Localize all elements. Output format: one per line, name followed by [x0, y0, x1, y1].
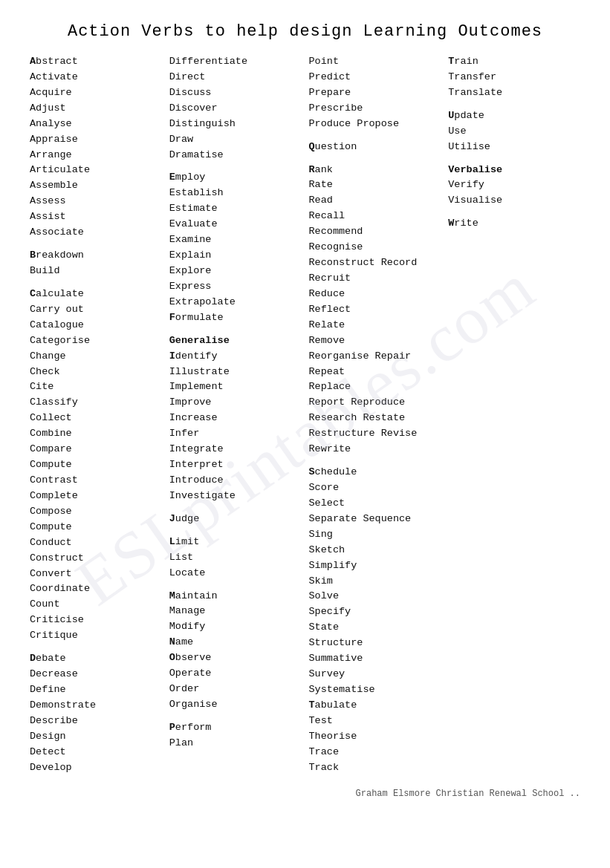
word-item: Train [448, 54, 580, 70]
word-item: Interpret [169, 457, 302, 473]
word-item: Predict [309, 70, 441, 85]
word-item: Calculate [30, 287, 162, 302]
word-item: Change [30, 349, 162, 365]
word-item: Remove [309, 333, 441, 349]
word-item: Illustrate [169, 365, 302, 380]
word-item: Implement [169, 379, 302, 395]
word-item: Translate [448, 85, 580, 101]
word-item: Decrease [30, 667, 162, 682]
word-item: Repeat [309, 365, 441, 380]
word-item: Establish [169, 186, 302, 201]
word-item: Cite [30, 379, 162, 395]
word-item: Manage [169, 604, 302, 619]
word-item: Sing [309, 527, 441, 543]
word-item: Express [169, 279, 302, 295]
word-item: Verify [448, 177, 580, 193]
word-item: Estimate [169, 201, 302, 217]
word-item: Specify [309, 604, 441, 620]
word-item: Complete [30, 489, 162, 504]
word-item: Simplify [309, 558, 441, 574]
word-item: Differentiate [169, 54, 302, 70]
word-item: Breakdown [30, 248, 162, 264]
word-initial: E [169, 172, 175, 183]
word-item: Transfer [448, 70, 580, 85]
word-item: Use [448, 124, 580, 140]
word-item: Organise [169, 697, 302, 713]
word-item: Acquire [30, 85, 162, 101]
word-item: Improve [169, 395, 302, 411]
word-item: Adjust [30, 101, 162, 117]
word-item: Rewrite [309, 442, 441, 457]
word-item: Critique [30, 628, 162, 644]
word-item: Articulate [30, 163, 162, 178]
word-item: Infer [169, 426, 302, 442]
word-initial: L [169, 536, 175, 547]
word-item: Catalogue [30, 318, 162, 333]
word-item: Integrate [169, 442, 302, 457]
word-item: Appraise [30, 132, 162, 148]
word-item: State [309, 620, 441, 636]
word-item: Judge [169, 512, 302, 527]
word-item: Associate [30, 225, 162, 241]
word-item: Plan [169, 736, 302, 751]
word-item: Contrast [30, 473, 162, 489]
word-item: Activate [30, 70, 162, 85]
word-item: Recruit [309, 271, 441, 287]
word-item: Skim [309, 574, 441, 590]
word-item: Categorise [30, 333, 162, 349]
word-initial: T [309, 699, 315, 711]
word-item: Prepare [309, 85, 441, 101]
word-item: Locate [169, 566, 302, 581]
word-item: Conduct [30, 535, 162, 551]
word-item: Rank [309, 163, 441, 178]
word-initial: F [169, 312, 175, 323]
word-item: Define [30, 682, 162, 698]
word-item: Carry out [30, 302, 162, 318]
word-item: Track [309, 760, 441, 776]
word-item: Reorganise Repair [309, 349, 441, 365]
word-item: Explore [169, 264, 302, 279]
word-item: Detect [30, 745, 162, 760]
word-item: Evaluate [169, 217, 302, 232]
word-initial: N [169, 636, 175, 647]
column-col1: AbstractActivateAcquireAdjustAnalyseAppr… [30, 54, 162, 775]
word-item: Develop [30, 760, 162, 776]
word-item: Increase [169, 411, 302, 426]
word-initial: U [448, 110, 454, 121]
word-item: Summative [309, 651, 441, 667]
word-item: Combine [30, 426, 162, 442]
word-item: Visualise [448, 193, 580, 209]
word-item: Draw [169, 132, 302, 148]
word-item: Construct [30, 551, 162, 567]
word-item: Reflect [309, 302, 441, 318]
word-item: Modify [169, 619, 302, 635]
word-item: Abstract [30, 54, 162, 70]
word-item: Check [30, 365, 162, 380]
word-item: Explain [169, 248, 302, 264]
word-item: Theorise [309, 729, 441, 745]
word-item: Compose [30, 504, 162, 520]
word-initial: R [309, 164, 315, 175]
page-title: Action Verbs to help design Learning Out… [30, 22, 580, 41]
word-item: Report Reproduce [309, 395, 441, 411]
word-item: Limit [169, 535, 302, 550]
word-item: Score [309, 480, 441, 496]
word-item: Schedule [309, 465, 441, 480]
word-item: Tabulate [309, 698, 441, 714]
word-initial: A [30, 56, 36, 67]
word-item: Dramatise [169, 148, 302, 163]
word-item: Observe [169, 650, 302, 666]
word-item: Build [30, 264, 162, 279]
word-item: Sketch [309, 543, 441, 558]
word-item: Research Restate [309, 411, 441, 426]
word-initial: D [30, 653, 36, 664]
word-item: Analyse [30, 117, 162, 132]
word-item: Examine [169, 232, 302, 248]
word-initial: O [169, 652, 175, 663]
word-item: Produce Propose [309, 117, 441, 132]
word-initial: P [169, 722, 175, 733]
word-item: Describe [30, 714, 162, 729]
word-item: Restructure Revise [309, 426, 441, 442]
word-item: Generalise [169, 333, 302, 349]
column-col4: TrainTransferTranslateUpdateUseUtiliseVe… [448, 54, 580, 775]
